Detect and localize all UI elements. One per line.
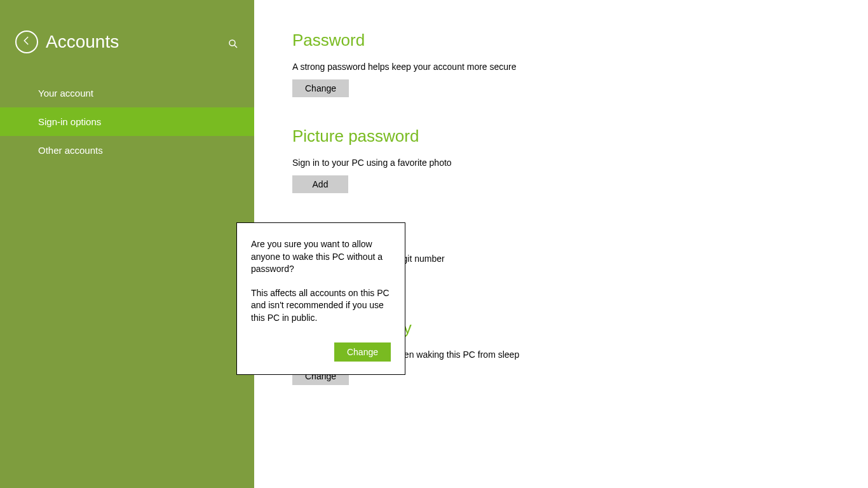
sidebar-header: Accounts xyxy=(0,0,254,66)
section-heading-picture-password: Picture password xyxy=(292,126,830,146)
sidebar-items: Your account Sign-in options Other accou… xyxy=(0,79,254,165)
sidebar: Accounts Your account Sign-in options Ot… xyxy=(0,0,254,488)
app-root: Accounts Your account Sign-in options Ot… xyxy=(0,0,868,488)
section-heading-password: Password xyxy=(292,30,830,50)
section-password: Password A strong password helps keep yo… xyxy=(292,30,830,97)
svg-point-0 xyxy=(229,40,235,46)
section-desc-password: A strong password helps keep your accoun… xyxy=(292,62,830,72)
search-button[interactable] xyxy=(227,38,239,52)
sidebar-item-your-account[interactable]: Your account xyxy=(0,79,254,107)
search-icon xyxy=(227,41,239,51)
sidebar-item-sign-in-options[interactable]: Sign-in options xyxy=(0,107,254,136)
sidebar-title: Accounts xyxy=(46,32,119,52)
back-button[interactable] xyxy=(15,30,38,53)
sidebar-item-other-accounts[interactable]: Other accounts xyxy=(0,136,254,165)
dialog-change-button[interactable]: Change xyxy=(334,342,391,362)
change-password-button[interactable]: Change xyxy=(292,79,349,97)
dialog-text: Are you sure you want to allow anyone to… xyxy=(251,238,391,336)
svg-line-1 xyxy=(234,45,237,48)
section-picture-password: Picture password Sign in to your PC usin… xyxy=(292,126,830,193)
dialog-actions: Change xyxy=(251,342,391,362)
dialog-text-p2: This affects all accounts on this PC and… xyxy=(251,287,391,325)
arrow-left-icon xyxy=(21,35,32,49)
section-desc-picture-password: Sign in to your PC using a favorite phot… xyxy=(292,158,830,168)
dialog-text-p1: Are you sure you want to allow anyone to… xyxy=(251,238,391,276)
confirmation-dialog: Are you sure you want to allow anyone to… xyxy=(236,222,405,375)
add-picture-password-button[interactable]: Add xyxy=(292,175,348,193)
